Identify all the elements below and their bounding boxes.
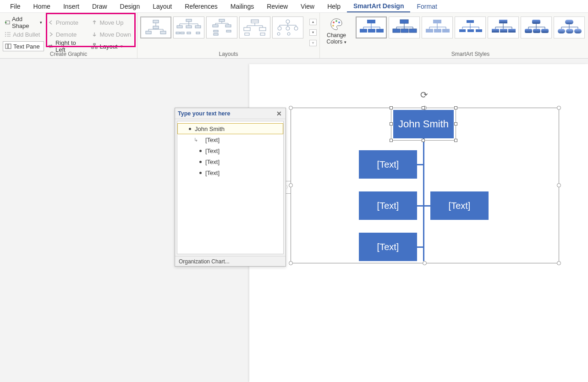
- svg-rect-13: [95, 47, 97, 49]
- resize-handle-w[interactable]: [289, 183, 293, 187]
- node-handle[interactable]: [390, 122, 393, 126]
- svg-rect-53: [393, 29, 400, 33]
- styles-gallery[interactable]: [356, 15, 585, 38]
- node-handle[interactable]: [454, 122, 457, 126]
- layout-thumb-5[interactable]: [272, 16, 303, 38]
- svg-rect-36: [245, 33, 249, 35]
- smartart-node-2[interactable]: [Text]: [359, 191, 417, 220]
- tab-layout[interactable]: Layout: [146, 1, 178, 12]
- svg-rect-62: [467, 29, 474, 33]
- svg-point-38: [286, 20, 290, 23]
- gallery-more[interactable]: ▿: [309, 40, 317, 46]
- change-colors-button[interactable]: Change Colors ▾: [323, 15, 350, 48]
- text-pane-icon: [5, 43, 11, 49]
- svg-rect-20: [186, 26, 192, 28]
- layout-dropdown[interactable]: Layout ▾: [89, 41, 134, 51]
- style-thumb-1[interactable]: [356, 16, 387, 38]
- node-handle[interactable]: [454, 139, 457, 142]
- text-pane-footer[interactable]: Organization Chart...: [175, 256, 286, 266]
- menu-tab-bar: File Home Insert Draw Design Layout Refe…: [0, 0, 588, 13]
- resize-handle-sw[interactable]: [289, 261, 293, 265]
- group-label-layouts: Layouts: [137, 51, 319, 57]
- close-icon[interactable]: ✕: [275, 110, 283, 117]
- tab-references[interactable]: References: [178, 1, 224, 12]
- svg-rect-19: [177, 26, 182, 28]
- rotate-handle-icon[interactable]: ⟳: [420, 89, 428, 100]
- style-thumb-6[interactable]: [521, 16, 552, 38]
- text-pane-item-3[interactable]: [Text]: [177, 156, 283, 167]
- svg-rect-60: [466, 20, 474, 23]
- node-handle[interactable]: [422, 139, 425, 142]
- style-thumb-2[interactable]: [389, 16, 420, 38]
- style-thumb-5[interactable]: [488, 16, 519, 38]
- text-pane-toggle[interactable]: Text Pane: [3, 41, 44, 51]
- tab-mailings[interactable]: Mailings: [224, 1, 260, 12]
- tab-design[interactable]: Design: [114, 1, 147, 12]
- bullet-icon: [189, 128, 191, 130]
- tab-insert[interactable]: Insert: [57, 1, 86, 12]
- smartart-node-3[interactable]: [Text]: [430, 191, 489, 220]
- bullet-icon: [199, 139, 202, 141]
- smartart-node-1[interactable]: [Text]: [359, 150, 417, 179]
- node-handle[interactable]: [422, 106, 425, 109]
- resize-handle-ne[interactable]: [557, 106, 561, 110]
- smartart-node-4[interactable]: [Text]: [359, 233, 417, 261]
- group-label-create-graphic: Create Graphic: [0, 51, 137, 57]
- svg-rect-27: [213, 25, 218, 27]
- tab-draw[interactable]: Draw: [86, 1, 114, 12]
- svg-rect-75: [574, 29, 582, 33]
- swap-icon: [48, 43, 54, 49]
- node-handle[interactable]: [454, 106, 457, 109]
- svg-rect-18: [186, 19, 192, 22]
- right-to-left-button[interactable]: Right to Left: [46, 41, 88, 51]
- node-handle[interactable]: [390, 139, 393, 142]
- layout-thumb-1[interactable]: [140, 16, 171, 38]
- add-shape-button[interactable]: Add Shape ▾: [3, 17, 44, 27]
- tab-file[interactable]: File: [4, 1, 27, 12]
- layouts-gallery[interactable]: [140, 15, 308, 38]
- palette-icon: [330, 17, 343, 31]
- demote-label: Demote: [56, 31, 77, 38]
- move-down-button[interactable]: Move Down: [89, 29, 134, 39]
- gallery-scroll-down[interactable]: ▾: [309, 29, 317, 36]
- tab-home[interactable]: Home: [27, 1, 57, 12]
- resize-handle-se[interactable]: [557, 261, 561, 265]
- resize-handle-e[interactable]: [557, 183, 561, 187]
- text-pane-body[interactable]: John Smith ↳ [Text] [Text] [Text] [Text]: [177, 121, 284, 254]
- demote-button[interactable]: Demote: [46, 29, 88, 39]
- tab-smartart-design[interactable]: SmartArt Design: [347, 0, 410, 12]
- text-pane-item-1[interactable]: ↳ [Text]: [177, 134, 283, 145]
- layout-thumb-3[interactable]: [206, 16, 237, 38]
- text-pane-item-2[interactable]: [Text]: [177, 145, 283, 156]
- tab-format[interactable]: Format: [410, 1, 443, 12]
- svg-point-41: [294, 27, 298, 30]
- tab-view[interactable]: View: [294, 1, 321, 12]
- layout-thumb-2[interactable]: [173, 16, 204, 38]
- move-up-button[interactable]: Move Up: [89, 17, 134, 27]
- text-pane-item-text: [Text]: [205, 169, 220, 176]
- style-thumb-7[interactable]: [554, 16, 585, 38]
- style-thumb-4[interactable]: [455, 16, 486, 38]
- text-pane-item-0[interactable]: John Smith: [177, 123, 283, 134]
- gallery-scroll-up[interactable]: ▴: [309, 19, 317, 25]
- node-selection-box: [391, 108, 456, 141]
- style-thumb-3[interactable]: [422, 16, 453, 38]
- add-bullet-button[interactable]: Add Bullet: [3, 29, 44, 39]
- svg-rect-10: [8, 44, 11, 49]
- resize-handle-s[interactable]: [423, 261, 427, 265]
- layout-thumb-4[interactable]: [239, 16, 270, 38]
- resize-handle-nw[interactable]: [289, 106, 293, 110]
- ribbon-group-change-colors: Change Colors ▾: [320, 13, 353, 58]
- tab-review[interactable]: Review: [260, 1, 294, 12]
- svg-point-42: [277, 33, 280, 35]
- tab-help[interactable]: Help: [321, 1, 347, 12]
- node-handle[interactable]: [390, 106, 393, 109]
- svg-point-5: [5, 34, 6, 35]
- text-pane-item-4[interactable]: [Text]: [177, 167, 283, 178]
- change-colors-label-2: Colors ▾: [326, 38, 346, 45]
- svg-rect-57: [426, 29, 433, 33]
- bullet-list-icon: [5, 31, 11, 38]
- layout-label: Layout: [99, 43, 117, 50]
- text-pane-item-text: [Text]: [205, 136, 220, 143]
- promote-button[interactable]: Promote: [46, 17, 88, 27]
